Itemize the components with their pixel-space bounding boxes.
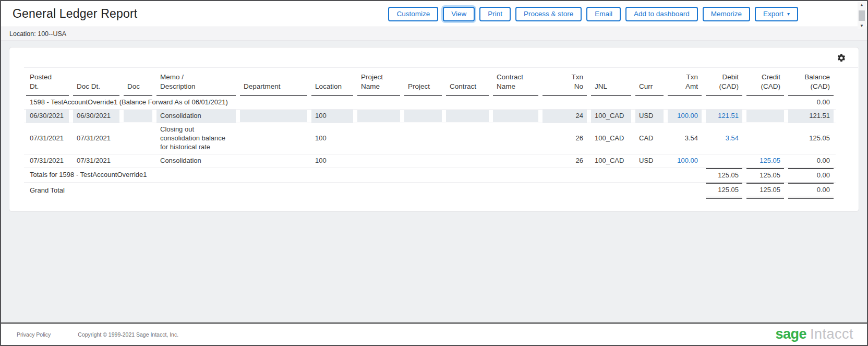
customize-button[interactable]: Customize <box>388 7 438 21</box>
button-label: Email <box>595 10 612 18</box>
cell-contract <box>444 123 491 154</box>
cell-project <box>402 154 444 168</box>
account-group-label-cell: 1598 - TestAccountOverride1 (Balance For… <box>24 96 786 109</box>
totals-row: Totals for 1598 - TestAccountOverride112… <box>24 168 836 182</box>
column-header-department: Department <box>238 68 309 96</box>
column-header-memo-description: Memo / Description <box>154 68 238 96</box>
cell-txn-no: 26 <box>540 154 589 168</box>
cell-project <box>402 123 444 154</box>
column-header-contract-name: Contract Name <box>491 68 540 96</box>
toolbar: CustomizeViewPrintProcess & storeEmailAd… <box>388 7 798 21</box>
cell-credit-cad <box>744 110 786 123</box>
cell-posted-dt: 07/31/2021 <box>24 123 71 154</box>
cell-txn-amt-link[interactable]: 100.00 <box>677 112 698 120</box>
table-row: 07/31/202107/31/2021Closing out consolid… <box>24 123 836 154</box>
account-group-label: 1598 - TestAccountOverride1 (Balance For… <box>30 98 228 106</box>
group-header-row: 1598 - TestAccountOverride1 (Balance For… <box>24 96 836 109</box>
column-header-txn-no: Txn No <box>540 68 589 96</box>
report-table: Posted Dt.Doc Dt.DocMemo / DescriptionDe… <box>24 68 836 199</box>
cell-memo-description: Consolidation <box>154 154 238 168</box>
totals-row-label: Totals for 1598 - TestAccountOverride1 <box>30 171 147 178</box>
cell-balance-cad: 125.05 <box>786 123 836 154</box>
cell-department <box>238 123 309 154</box>
sage-intacct-logo: sage Intacct <box>775 326 853 342</box>
cell-jnl: 100_CAD <box>589 123 633 154</box>
cell-department <box>238 110 309 123</box>
grand-total-row-credit-cell: 125.05 <box>744 182 786 198</box>
cell-debit-cad-link[interactable]: 121.51 <box>718 112 739 120</box>
gear-icon[interactable] <box>837 53 846 63</box>
grand-total-row: Grand Total125.05125.050.00 <box>24 182 836 198</box>
page-scrollbar[interactable]: ▲ ▼ <box>858 2 866 29</box>
page-title: General Ledger Report <box>13 7 137 21</box>
cell-txn-amt-link[interactable]: 100.00 <box>677 157 698 164</box>
cell-txn-no: 26 <box>540 123 589 154</box>
scrollbar-up-icon[interactable]: ▲ <box>860 3 864 7</box>
cell-memo-description: Closing out consolidation balance for hi… <box>154 123 238 154</box>
button-label: Print <box>488 10 502 18</box>
print-button[interactable]: Print <box>479 7 511 21</box>
cell-balance-cad: 0.00 <box>786 154 836 168</box>
grand-total-row-debit-cell: 125.05 <box>704 182 744 198</box>
page-header: General Ledger Report CustomizeViewPrint… <box>1 1 867 27</box>
grand-total-row-balance-cell: 0.00 <box>786 182 836 198</box>
cell-location: 100 <box>309 123 355 154</box>
location-label: Location: 100--USA <box>9 30 66 38</box>
cell-curr: USD <box>633 154 666 168</box>
cell-txn-amt: 100.00 <box>666 110 704 123</box>
cell-doc-dt: 06/30/2021 <box>71 110 122 123</box>
sage-logo-text: sage <box>775 326 806 342</box>
column-header-project: Project <box>402 68 444 96</box>
cell-curr: CAD <box>633 123 666 154</box>
cell-doc-dt: 07/31/2021 <box>71 123 122 154</box>
column-header-contract: Contract <box>444 68 491 96</box>
column-header-posted-dt: Posted Dt. <box>24 68 71 96</box>
cell-debit-cad-link[interactable]: 3.54 <box>726 134 739 142</box>
column-header-debit-cad: Debit (CAD) <box>704 68 744 96</box>
process-store-button[interactable]: Process & store <box>515 7 582 21</box>
column-header-doc-dt: Doc Dt. <box>71 68 122 96</box>
group-balance-cell: 0.00 <box>786 96 836 109</box>
card-toolbar <box>24 47 858 68</box>
column-header-txn-amt: Txn Amt <box>666 68 704 96</box>
cell-debit-cad: 121.51 <box>704 110 744 123</box>
table-header-row: Posted Dt.Doc Dt.DocMemo / DescriptionDe… <box>24 68 836 96</box>
cell-balance-cad: 121.51 <box>786 110 836 123</box>
cell-debit-cad <box>704 154 744 168</box>
cell-doc <box>122 123 154 154</box>
column-header-jnl: JNL <box>589 68 633 96</box>
content-area: Posted Dt.Doc Dt.DocMemo / DescriptionDe… <box>1 41 867 323</box>
memorize-button[interactable]: Memorize <box>703 7 750 21</box>
grand-total-row-label-cell: Grand Total <box>24 182 704 198</box>
table-row: 07/31/202107/31/2021Consolidation1002610… <box>24 154 836 168</box>
table-row: 06/30/202106/30/2021Consolidation1002410… <box>24 110 836 123</box>
copyright-text: Copyright © 1999-2021 Sage Intacct, Inc. <box>78 331 178 338</box>
email-button[interactable]: Email <box>586 7 621 21</box>
cell-doc <box>122 154 154 168</box>
cell-credit-cad: 125.05 <box>744 154 786 168</box>
cell-posted-dt: 07/31/2021 <box>24 154 71 168</box>
caret-down-icon: ▾ <box>787 11 790 17</box>
scrollbar-thumb[interactable] <box>859 10 865 21</box>
cell-contract <box>444 154 491 168</box>
cell-credit-cad-link[interactable]: 125.05 <box>760 157 780 164</box>
button-label: Add to dashboard <box>634 10 690 18</box>
cell-txn-amt: 3.54 <box>666 123 704 154</box>
column-header-location: Location <box>309 68 355 96</box>
cell-contract-name <box>491 154 540 168</box>
view-button[interactable]: View <box>443 7 475 21</box>
cell-doc-dt: 07/31/2021 <box>71 154 122 168</box>
column-header-balance-cad: Balance (CAD) <box>786 68 836 96</box>
cell-location: 100 <box>309 110 355 123</box>
totals-row-credit-cell: 125.05 <box>744 168 786 182</box>
cell-location: 100 <box>309 154 355 168</box>
export-button[interactable]: Export▾ <box>755 7 798 21</box>
privacy-policy-link[interactable]: Privacy Policy <box>17 331 51 338</box>
totals-row-label-cell: Totals for 1598 - TestAccountOverride1 <box>24 168 704 182</box>
scrollbar-down-icon[interactable]: ▼ <box>860 24 864 28</box>
report-card: Posted Dt.Doc Dt.DocMemo / DescriptionDe… <box>9 47 859 212</box>
button-label: Customize <box>396 10 430 18</box>
cell-credit-cad <box>744 123 786 154</box>
add-to-dashboard-button[interactable]: Add to dashboard <box>625 7 698 21</box>
grand-total-row-label: Grand Total <box>30 186 65 194</box>
